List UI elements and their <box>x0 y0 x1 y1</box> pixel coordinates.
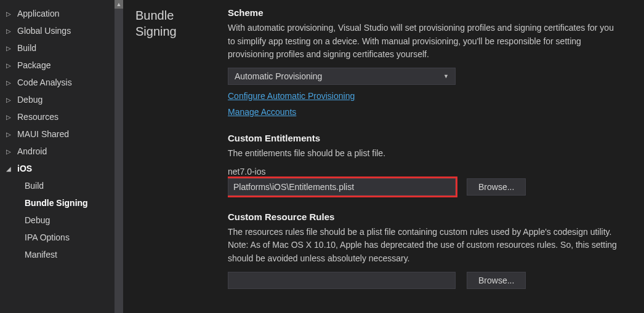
sidebar-item-android[interactable]: ▷ Android <box>0 143 123 160</box>
configure-provisioning-link[interactable]: Configure Automatic Provisioning <box>228 91 355 101</box>
sidebar-item-ios[interactable]: ◢ iOS <box>0 160 123 177</box>
chevron-right-icon: ▷ <box>6 45 12 52</box>
resource-rules-input[interactable] <box>228 272 456 289</box>
settings-sidebar: ▲ ▷ Application ▷ Global Usings ▷ Build … <box>0 0 123 313</box>
chevron-right-icon: ▷ <box>6 28 12 34</box>
page-title-line2: Signing <box>135 25 177 38</box>
chevron-right-icon: ▷ <box>6 148 12 155</box>
scheme-description: With automatic provisioning, Visual Stud… <box>228 22 622 61</box>
sidebar-item-package[interactable]: ▷ Package <box>0 57 123 74</box>
sidebar-item-build[interactable]: ▷ Build <box>0 39 123 57</box>
entitlements-input[interactable] <box>228 178 456 196</box>
sidebar-item-label: Application <box>17 9 60 18</box>
page-title-line1: Bundle <box>135 9 174 22</box>
resource-rules-description: The resources rules file should be a pli… <box>228 226 622 266</box>
sidebar-child-label: Build <box>25 181 44 191</box>
sidebar-item-application[interactable]: ▷ Application <box>0 5 123 22</box>
chevron-right-icon: ▷ <box>6 114 12 121</box>
section-title-column: Bundle Signing <box>123 0 228 313</box>
entitlements-target: net7.0-ios <box>228 167 632 176</box>
chevron-down-icon: ▼ <box>443 73 449 79</box>
sidebar-child-build[interactable]: Build <box>0 177 123 194</box>
sidebar-item-label: Android <box>17 146 47 156</box>
scheme-block: Scheme With automatic provisioning, Visu… <box>228 7 632 117</box>
scheme-label: Scheme <box>228 7 632 18</box>
sidebar-child-debug[interactable]: Debug <box>0 212 123 229</box>
chevron-right-icon: ▷ <box>6 10 12 17</box>
manage-accounts-link[interactable]: Manage Accounts <box>228 107 296 117</box>
page-title: Bundle Signing <box>135 7 222 39</box>
entitlements-input-row: Browse... <box>228 178 632 196</box>
sidebar-child-bundle-signing[interactable]: Bundle Signing <box>0 194 123 212</box>
sidebar-item-label: Debug <box>17 95 42 105</box>
sidebar-child-label: IPA Options <box>25 232 70 242</box>
main-content: Scheme With automatic provisioning, Visu… <box>228 0 644 313</box>
resource-rules-block: Custom Resource Rules The resources rule… <box>228 212 632 289</box>
sidebar-item-label: iOS <box>17 164 32 173</box>
sidebar-child-ipa-options[interactable]: IPA Options <box>0 229 123 246</box>
entitlements-description: The entitlements file should be a plist … <box>228 147 622 160</box>
sidebar-child-manifest[interactable]: Manifest <box>0 246 123 263</box>
entitlements-browse-button[interactable]: Browse... <box>467 178 526 196</box>
sidebar-item-label: Package <box>17 60 50 70</box>
resource-rules-input-row: Browse... <box>228 272 632 289</box>
sidebar-item-resources[interactable]: ▷ Resources <box>0 108 123 125</box>
sidebar-item-label: Global Usings <box>17 26 71 36</box>
scheme-dropdown-value: Automatic Provisioning <box>235 71 322 81</box>
resource-rules-label: Custom Resource Rules <box>228 212 632 222</box>
sidebar-item-label: Build <box>17 43 36 53</box>
sidebar-item-label: Code Analysis <box>17 77 72 87</box>
resource-rules-browse-button[interactable]: Browse... <box>467 272 526 289</box>
entitlements-label: Custom Entitlements <box>228 133 632 143</box>
sidebar-scrollbar[interactable]: ▲ <box>115 0 123 313</box>
sidebar-child-label: Bundle Signing <box>25 198 88 208</box>
sidebar-item-label: MAUI Shared <box>17 129 69 139</box>
chevron-right-icon: ▷ <box>6 62 12 69</box>
chevron-right-icon: ▷ <box>6 131 12 138</box>
chevron-right-icon: ▷ <box>6 97 12 103</box>
sidebar-item-debug[interactable]: ▷ Debug <box>0 91 123 108</box>
chevron-down-icon: ◢ <box>6 165 12 172</box>
sidebar-item-label: Resources <box>17 112 58 122</box>
sidebar-child-label: Debug <box>25 215 50 225</box>
scroll-up-icon[interactable]: ▲ <box>115 0 123 9</box>
chevron-right-icon: ▷ <box>6 79 12 86</box>
scheme-dropdown[interactable]: Automatic Provisioning ▼ <box>228 68 456 85</box>
sidebar-item-code-analysis[interactable]: ▷ Code Analysis <box>0 74 123 91</box>
sidebar-item-global-usings[interactable]: ▷ Global Usings <box>0 22 123 39</box>
sidebar-child-label: Manifest <box>25 250 57 260</box>
sidebar-item-maui-shared[interactable]: ▷ MAUI Shared <box>0 125 123 143</box>
entitlements-block: Custom Entitlements The entitlements fil… <box>228 133 632 196</box>
